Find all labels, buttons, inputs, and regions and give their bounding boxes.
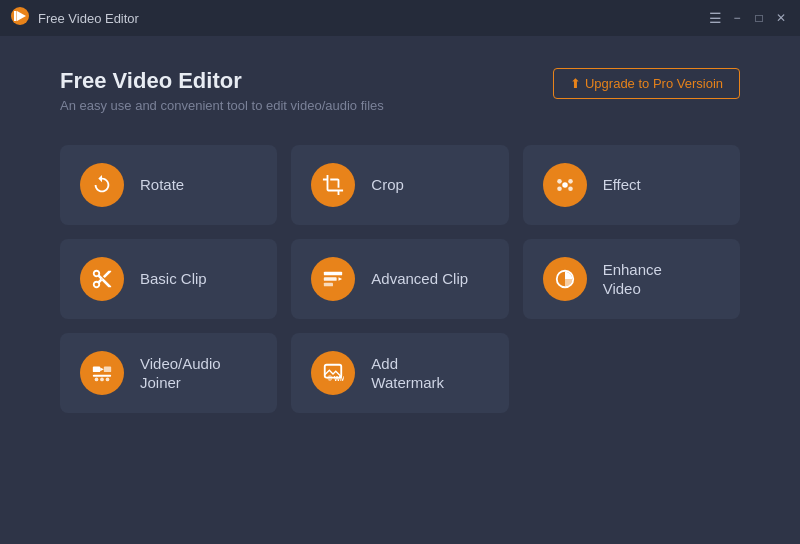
app-title: Free Video Editor [60,68,384,94]
tool-card-add-watermark[interactable]: © WM Add Watermark [291,333,508,413]
enhance-video-icon [543,257,587,301]
effect-icon [543,163,587,207]
svg-rect-13 [93,367,100,373]
tool-card-video-audio-joiner[interactable]: Video/Audio Joiner [60,333,277,413]
add-watermark-icon: © WM [311,351,355,395]
svg-point-4 [557,179,562,184]
svg-point-19 [106,378,110,382]
enhance-video-label: Enhance Video [603,260,662,299]
effect-label: Effect [603,175,641,195]
svg-rect-2 [14,11,17,21]
svg-rect-8 [324,272,342,276]
crop-label: Crop [371,175,404,195]
tool-card-advanced-clip[interactable]: Advanced Clip [291,239,508,319]
close-button[interactable]: ✕ [772,9,790,27]
svg-point-3 [562,182,568,188]
advanced-clip-label: Advanced Clip [371,269,468,289]
svg-marker-14 [100,368,104,372]
crop-icon [311,163,355,207]
main-content: Free Video Editor An easy use and conven… [0,36,800,544]
svg-point-6 [557,186,562,191]
svg-point-7 [568,186,573,191]
svg-rect-15 [104,367,111,373]
tool-card-crop[interactable]: Crop [291,145,508,225]
window-controls: ☰ − □ ✕ [706,9,790,27]
upgrade-button[interactable]: ⬆ Upgrade to Pro Versioin [553,68,740,99]
svg-rect-10 [324,283,333,287]
tool-card-basic-clip[interactable]: Basic Clip [60,239,277,319]
svg-rect-9 [324,277,337,281]
tool-card-effect[interactable]: Effect [523,145,740,225]
advanced-clip-icon [311,257,355,301]
add-watermark-label: Add Watermark [371,354,444,393]
app-logo-icon [10,6,30,30]
window-title: Free Video Editor [38,11,706,26]
basic-clip-label: Basic Clip [140,269,207,289]
rotate-icon [80,163,124,207]
tool-card-rotate[interactable]: Rotate [60,145,277,225]
video-audio-joiner-label: Video/Audio Joiner [140,354,221,393]
basic-clip-icon [80,257,124,301]
svg-text:© WM: © WM [328,375,345,382]
svg-rect-16 [93,375,111,377]
tool-card-enhance-video[interactable]: Enhance Video [523,239,740,319]
title-bar: Free Video Editor ☰ − □ ✕ [0,0,800,36]
svg-point-17 [95,378,99,382]
header-section: Free Video Editor An easy use and conven… [60,68,740,113]
svg-point-18 [100,378,104,382]
svg-marker-11 [339,277,343,281]
video-audio-joiner-icon [80,351,124,395]
tool-grid: Rotate Crop Effect [60,145,740,413]
svg-point-5 [568,179,573,184]
maximize-button[interactable]: □ [750,9,768,27]
app-subtitle: An easy use and convenient tool to edit … [60,98,384,113]
menu-button[interactable]: ☰ [706,9,724,27]
rotate-label: Rotate [140,175,184,195]
app-info: Free Video Editor An easy use and conven… [60,68,384,113]
minimize-button[interactable]: − [728,9,746,27]
